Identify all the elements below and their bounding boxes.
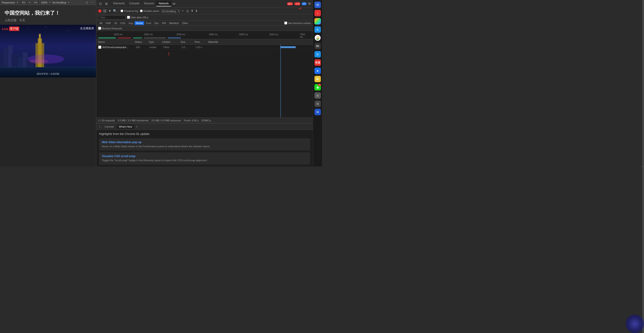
type-tab-css[interactable]: CSS <box>119 21 127 25</box>
clear-button[interactable] <box>103 10 106 13</box>
bottom-tab-whats-new[interactable]: What's New <box>117 125 134 129</box>
blocked-requests-input[interactable] <box>98 27 101 30</box>
whats-new-card-2[interactable]: Visualize CSS scroll-snap Toggle the "sc… <box>99 152 310 164</box>
app-arrow[interactable]: ➤ <box>314 67 322 75</box>
throttle-select[interactable]: No throttling <box>161 10 180 13</box>
search-icon[interactable]: 🔍 <box>113 9 117 13</box>
width-input[interactable]: 400 <box>20 1 27 4</box>
app-red[interactable]: 有道 <box>314 59 322 66</box>
more-options-icon[interactable]: ⋯ <box>91 1 94 4</box>
throttle-wrapper: No throttling <box>161 9 180 13</box>
type-tab-xhr[interactable]: XHR <box>104 21 112 25</box>
disable-cache-checkbox[interactable]: Disable cache <box>140 10 159 12</box>
app-screenshot[interactable]: ⊡ <box>314 100 322 108</box>
upload-icon[interactable]: ⬆ <box>191 9 194 13</box>
type-tab-all[interactable]: All <box>98 21 104 25</box>
settings-icon[interactable]: ⊙ <box>86 1 88 4</box>
network-table-body: 0bf2dmadcaaalqadpk... 206 media Other 3.… <box>96 45 313 118</box>
devtools-left-icons: ⊡ ⊞ <box>98 1 109 6</box>
logo-live: Live <box>2 27 8 31</box>
bottom-tabs-more-icon[interactable]: ⋮ <box>98 125 102 129</box>
th-size[interactable]: Size <box>180 41 194 43</box>
devtools-settings-icon[interactable]: ⚙ <box>308 2 311 6</box>
timeline-bar-gray <box>144 37 166 39</box>
app-wechat[interactable]: ◉ 4 <box>314 83 322 91</box>
type-tab-manifest[interactable]: Manifest <box>168 21 180 25</box>
type-tab-ws[interactable]: WS <box>161 21 168 25</box>
row-checkbox[interactable] <box>98 46 102 49</box>
whats-new-card-1[interactable]: Web Vitals information pop up Hover on a… <box>99 138 310 150</box>
has-blocked-input[interactable] <box>284 22 287 25</box>
more-tabs-icon[interactable]: ≫ <box>171 1 177 7</box>
right-sidebar: ✉ ♪ A m ⊙ 有道 ➤ W ◉ 4 <box>313 0 322 167</box>
app-m[interactable]: m <box>314 42 322 50</box>
preserve-log-label: Preserve log <box>124 10 138 12</box>
type-tab-other[interactable]: Other <box>180 21 190 25</box>
th-type[interactable]: Type <box>148 41 162 43</box>
app-airpods[interactable]: ⊡ <box>314 92 322 99</box>
city-skyline-image: Live 客户端 生活调查局 拥有世界第一光缆里数 <box>0 25 96 77</box>
image-caption: 拥有世界第一光缆里数 <box>0 72 96 76</box>
download-icon[interactable]: ⬇ <box>195 9 198 13</box>
tab-console[interactable]: Console <box>127 1 142 7</box>
app-music[interactable]: ♪ <box>314 9 322 17</box>
has-blocked-checkbox[interactable]: Has blocked cookies <box>284 22 311 25</box>
card-1-desc: Hover on a Web Vitals marker in the Perf… <box>102 145 307 148</box>
device-selector[interactable]: Responsive <box>2 1 15 4</box>
record-button[interactable] <box>98 10 102 13</box>
type-tab-js[interactable]: JS <box>112 21 118 25</box>
throttle-selector[interactable]: No throttling <box>52 1 66 4</box>
table-header: Name Status Type Initiator Size Time Wat… <box>96 39 313 45</box>
app-wps[interactable]: W <box>314 75 322 83</box>
preserve-log-input[interactable] <box>120 10 123 12</box>
type-tab-font[interactable]: Font <box>145 21 152 25</box>
filter-bar: Hide data URLs <box>96 15 313 20</box>
th-time[interactable]: Time <box>194 41 208 43</box>
th-initiator[interactable]: Initiator <box>162 41 180 43</box>
bottom-tab-console[interactable]: Console <box>103 125 116 129</box>
hide-data-urls-label: Hide data URLs <box>131 16 148 19</box>
finish-time: Finish: 6.06 s <box>184 119 199 122</box>
th-status[interactable]: Status <box>135 41 148 43</box>
preserve-log-checkbox[interactable]: Preserve log <box>120 10 138 12</box>
blocked-requests-row: Blocked Requests <box>96 26 313 31</box>
app-chrome[interactable] <box>314 34 322 42</box>
th-waterfall[interactable]: Waterfall <box>208 41 311 43</box>
type-tab-media[interactable]: Media <box>134 21 144 25</box>
tab-elements[interactable]: Elements <box>111 1 127 7</box>
device-mode-icon[interactable]: ⊞ <box>104 1 109 6</box>
height-input[interactable]: 645 <box>32 1 39 4</box>
row-type: media <box>150 46 163 49</box>
blocked-requests-checkbox[interactable]: Blocked Requests <box>98 27 122 30</box>
app-safari[interactable]: ⊙ <box>314 50 322 58</box>
filter-icon[interactable]: ▼ <box>108 9 111 13</box>
ruler-6000ms: 6000 ms <box>270 33 278 36</box>
app-qr[interactable]: ⊞ <box>314 108 322 116</box>
filter-input[interactable] <box>98 15 126 20</box>
requests-count: 1 / 59 requests <box>98 119 115 122</box>
zoom-selector[interactable]: 100% <box>41 1 47 4</box>
type-tab-doc[interactable]: Doc <box>153 21 160 25</box>
whats-new-content: Highlights from the Chrome 91 update Web… <box>96 130 313 167</box>
app-store[interactable]: A <box>314 26 322 34</box>
tab-sources[interactable]: Sources <box>142 1 156 7</box>
hide-data-urls-input[interactable] <box>127 16 130 19</box>
error-icon: ⊗ <box>288 3 290 5</box>
close-whats-new-icon[interactable]: × <box>136 125 137 128</box>
inspect-icon[interactable]: ⊡ <box>98 1 103 6</box>
th-name[interactable]: Name <box>98 41 135 43</box>
hide-data-urls-checkbox[interactable]: Hide data URLs <box>127 16 148 19</box>
info-badge: ℹ 8 <box>302 2 307 5</box>
wifi-icon[interactable]: ⊙ <box>186 9 189 13</box>
type-tab-img[interactable]: Img <box>127 21 134 25</box>
card-1-title: Web Vitals information pop up <box>102 141 307 144</box>
disable-cache-input[interactable] <box>140 10 142 12</box>
viewport-content: 中国空间站，我们来了！ 人民日报 今天 <box>0 5 96 167</box>
content-area <box>0 77 96 167</box>
type-filter-bar: All XHR JS CSS Img Media Font Doc WS Man… <box>96 20 313 26</box>
info-icon: ℹ <box>303 3 304 5</box>
tab-network[interactable]: Network <box>156 1 171 7</box>
app-photos[interactable] <box>314 18 322 25</box>
has-blocked-label: Has blocked cookies <box>288 22 311 25</box>
app-mail[interactable]: ✉ <box>314 1 322 9</box>
